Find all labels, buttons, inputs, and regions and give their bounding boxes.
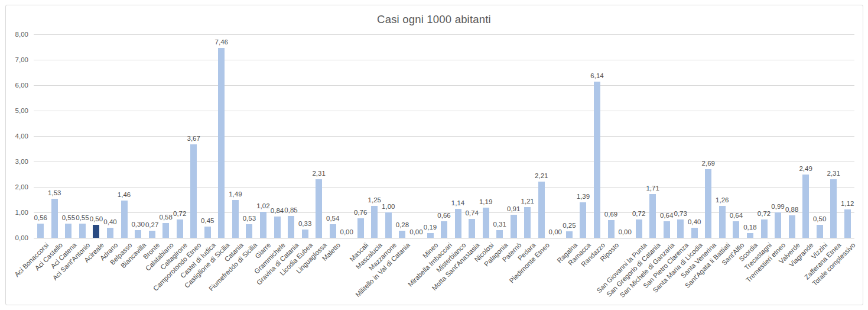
bar-giarre[interactable] [260, 212, 266, 238]
bar-adrano[interactable] [107, 228, 113, 238]
bar-militello-in-val-di-catania[interactable] [399, 231, 405, 238]
bar-viagrande[interactable] [802, 175, 809, 238]
value-label: 0,66 [437, 211, 450, 219]
bar-randazzo[interactable] [594, 82, 600, 238]
bar-grammichele[interactable] [274, 217, 281, 238]
value-label: 0,72 [758, 209, 771, 218]
bar-camporotondo-etneo[interactable] [190, 144, 197, 238]
bar-scordia[interactable] [747, 233, 753, 238]
bar-san-michele-di-ganzaria[interactable] [664, 221, 670, 238]
bar-san-gregorio-di-catania[interactable] [649, 194, 656, 238]
bar-aci-bonaccorsi[interactable] [37, 224, 44, 238]
y-axis-tick-label: 4,00 [1, 132, 28, 140]
bar-mascalucia[interactable] [371, 206, 378, 238]
value-label: 1,71 [646, 184, 659, 192]
bar-calatabiano[interactable] [162, 223, 169, 238]
value-label: 1,21 [521, 197, 534, 205]
value-label: 0,00 [340, 228, 353, 236]
bar-gravina-di-catania[interactable] [288, 216, 294, 238]
bar-santa-venerina[interactable] [705, 169, 711, 238]
bar-ragalna[interactable] [566, 231, 573, 238]
bar-riposto[interactable] [608, 220, 615, 238]
gridline [34, 162, 854, 162]
bar-linguaglossa[interactable] [316, 179, 322, 238]
y-axis-tick-label: 6,00 [1, 81, 28, 89]
value-label: 0,25 [563, 221, 576, 230]
x-axis-line [34, 238, 854, 238]
y-axis-tick-label: 2,00 [1, 183, 28, 191]
bar-belpasso[interactable] [121, 201, 128, 238]
value-label: 0,27 [145, 221, 158, 229]
bar-castel-di-iudica[interactable] [204, 227, 211, 238]
bar-aci-castello[interactable] [51, 199, 58, 238]
value-label: 2,69 [702, 159, 715, 167]
value-label: 2,49 [799, 164, 812, 173]
value-label: 0,00 [549, 228, 562, 236]
plot-area: 0,001,002,003,004,005,006,007,008,000,56… [0, 0, 868, 310]
gridline [34, 34, 854, 35]
gridline [34, 136, 854, 137]
bar-castiglione-di-sicilia[interactable] [218, 48, 225, 238]
y-axis-tick-label: 1,00 [1, 208, 28, 217]
bar-aci-sant-antonio[interactable] [79, 224, 86, 238]
value-label: 3,67 [187, 134, 200, 143]
bar-catania[interactable] [232, 200, 239, 238]
bar-piedimonte-etneo[interactable] [538, 182, 545, 238]
bar-valverde[interactable] [789, 215, 795, 238]
value-label: 0,19 [424, 223, 437, 231]
value-label: 0,72 [173, 209, 186, 218]
value-label: 0,99 [771, 202, 784, 211]
bar-biancavilla[interactable] [135, 230, 141, 238]
bar-tremestieri-etneo[interactable] [775, 212, 781, 238]
value-label: 1,12 [841, 199, 854, 208]
gridline [34, 111, 854, 111]
bar-mazzarrone[interactable] [385, 212, 392, 238]
y-axis-tick-label: 0,00 [1, 234, 28, 242]
bar-sant-agata-li-battiati[interactable] [719, 206, 726, 238]
bar-mirabella-imbaccari[interactable] [441, 221, 447, 238]
value-label: 1,25 [368, 196, 381, 204]
y-axis-tick-label: 7,00 [1, 56, 28, 64]
value-label: 2,31 [827, 169, 840, 177]
bar-santa-maria-di-licodia[interactable] [691, 228, 698, 238]
bar-palagonia[interactable] [496, 230, 503, 238]
bar-mineo[interactable] [427, 233, 434, 238]
value-label: 0,53 [243, 214, 256, 222]
value-label: 0,55 [62, 214, 75, 222]
bar-san-pietro-clarenza[interactable] [677, 219, 684, 238]
bar-zafferana-etnea[interactable] [830, 179, 837, 238]
y-axis-tick-label: 3,00 [1, 157, 28, 166]
bar-acireale[interactable] [93, 225, 99, 238]
bar-aci-catena[interactable] [65, 224, 71, 238]
value-label: 0,28 [396, 221, 409, 229]
bar-fiumefreddo-di-sicilia[interactable] [246, 224, 252, 238]
value-label: 0,58 [159, 213, 172, 221]
value-label: 0,84 [271, 206, 284, 215]
bar-sant-alfio[interactable] [733, 221, 739, 238]
value-label: 1,53 [48, 189, 61, 197]
value-label: 1,49 [229, 190, 242, 198]
bar-caltagirone[interactable] [177, 219, 183, 238]
value-label: 0,85 [284, 206, 297, 214]
bar-pedara[interactable] [524, 207, 531, 238]
bar-trecastagni[interactable] [761, 219, 768, 238]
bar-motta-sant-anastasia[interactable] [469, 219, 475, 238]
bar-bronte[interactable] [149, 231, 155, 238]
value-label: 0,50 [90, 215, 103, 223]
bar-licodia-eubea[interactable] [302, 230, 308, 238]
value-label: 0,88 [785, 205, 798, 214]
bar-vizzini[interactable] [817, 225, 823, 238]
value-label: 6,14 [590, 72, 603, 80]
bar-misterbianco[interactable] [455, 209, 461, 238]
bar-patern-[interactable] [511, 215, 517, 238]
value-label: 0,73 [674, 209, 687, 218]
value-label: 0,72 [632, 209, 645, 218]
bar-nicolosi[interactable] [483, 208, 489, 238]
bar-san-giovanni-la-punta[interactable] [636, 219, 642, 238]
value-label: 0,31 [493, 220, 506, 228]
bar-maletto[interactable] [330, 224, 336, 238]
bar-ramacca[interactable] [580, 202, 586, 238]
bar-totale-complessivo[interactable] [844, 209, 851, 238]
value-label: 0,00 [409, 228, 422, 236]
bar-mascali[interactable] [357, 218, 364, 238]
